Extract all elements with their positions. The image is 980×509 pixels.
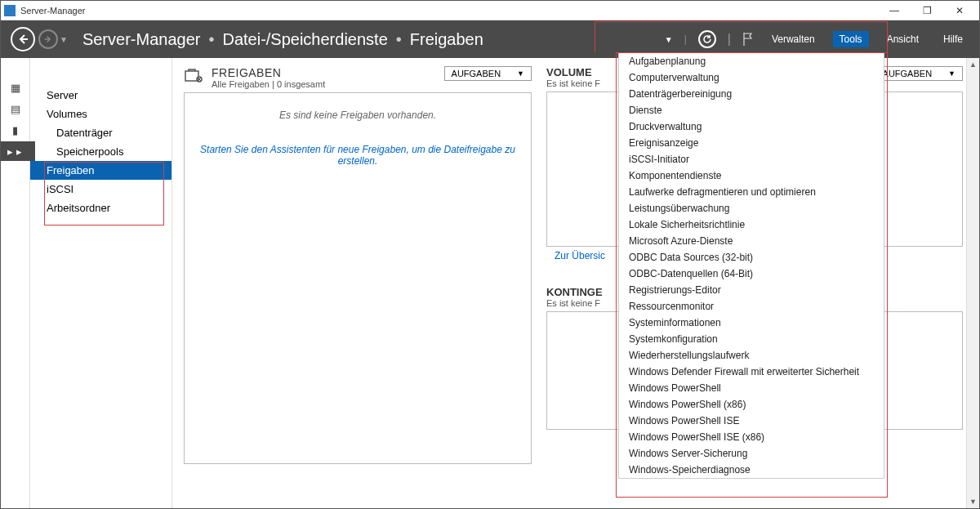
tools-menu-item[interactable]: Registrierungs-Editor	[619, 282, 884, 298]
minimize-button[interactable]: —	[878, 2, 911, 20]
scroll-up-icon[interactable]: ▲	[967, 58, 979, 71]
volume-title: VOLUME	[546, 66, 622, 78]
tools-menu-item[interactable]: Komponentendienste	[619, 167, 884, 184]
breadcrumb-sep-icon: •	[208, 30, 214, 49]
shares-title: FREIGABEN	[212, 66, 325, 79]
pipe-separator: |	[684, 33, 687, 45]
menu-hilfe[interactable]: Hilfe	[937, 31, 969, 47]
nav-iscsi[interactable]: iSCSI	[30, 180, 172, 199]
sidebar-icon-servers[interactable]: ▤	[1, 99, 29, 118]
nav-server[interactable]: Server	[30, 86, 172, 105]
tools-menu-item[interactable]: Microsoft Azure-Dienste	[619, 233, 884, 249]
new-share-wizard-link[interactable]: Starten Sie den Assistenten für neue Fre…	[196, 144, 519, 167]
tools-menu-item[interactable]: Windows Defender Firewall mit erweiterte…	[619, 364, 884, 380]
nav-freigaben[interactable]: Freigaben	[30, 161, 172, 180]
refresh-icon[interactable]	[698, 30, 716, 48]
maximize-button[interactable]: ❐	[911, 2, 943, 20]
nav-arbeitsordner[interactable]: Arbeitsordner	[30, 199, 172, 217]
tools-menu-item[interactable]: Computerverwaltung	[619, 69, 884, 86]
tools-menu-item[interactable]: Datenträgerbereinigung	[619, 86, 884, 102]
tools-menu-item[interactable]: ODBC Data Sources (32-bit)	[619, 249, 884, 266]
tools-menu-item[interactable]: Dienste	[619, 102, 884, 118]
close-button[interactable]: ✕	[943, 2, 976, 20]
breadcrumb-page[interactable]: Freigaben	[410, 30, 483, 49]
tools-menu-item[interactable]: Ressourcenmonitor	[619, 298, 884, 315]
tools-menu-item[interactable]: Windows PowerShell ISE	[619, 413, 884, 429]
nav-volumes[interactable]: Volumes	[30, 105, 172, 123]
dropdown-icon: ▼	[948, 69, 956, 78]
breadcrumb: Server-Manager • Datei-/Speicherdienste …	[82, 30, 483, 49]
nav-datentraeger[interactable]: Datenträger	[30, 123, 172, 142]
titlebar: Server-Manager — ❐ ✕	[1, 1, 979, 20]
tasks-label: AUFGABEN	[452, 69, 501, 78]
tools-menu-item[interactable]: Lokale Sicherheitsrichtlinie	[619, 217, 884, 233]
menu-ansicht[interactable]: Ansicht	[880, 31, 925, 47]
tools-menu-item[interactable]: iSCSI-Initiator	[619, 151, 884, 167]
scroll-down-icon[interactable]: ▼	[967, 495, 979, 508]
breadcrumb-sep-icon: •	[396, 30, 402, 49]
tools-menu-item[interactable]: Windows PowerShell	[619, 380, 884, 396]
back-button[interactable]	[11, 27, 35, 51]
tools-menu-item[interactable]: Systeminformationen	[619, 315, 884, 331]
volume-overview-link[interactable]: Zur Übersic	[546, 247, 613, 265]
menu-tools[interactable]: Tools	[833, 31, 869, 47]
tools-menu-item[interactable]: Aufgabenplanung	[619, 53, 884, 69]
app-icon	[4, 5, 16, 16]
icon-sidebar: ▦ ▤ ▮ ▸ ▸	[1, 58, 30, 508]
notifications-flag-icon[interactable]	[742, 32, 754, 47]
tools-menu-item[interactable]: Druckverwaltung	[619, 118, 884, 135]
forward-button[interactable]	[38, 29, 58, 49]
volume-tasks-button[interactable]: AUFGABEN ▼	[875, 66, 963, 81]
tools-menu-item[interactable]: Windows-Speicherdiagnose	[619, 462, 884, 478]
tools-menu-item[interactable]: Windows PowerShell ISE (x86)	[619, 429, 884, 445]
shares-panel: Es sind keine Freigaben vorhanden. Start…	[184, 92, 532, 464]
shares-tasks-button[interactable]: AUFGABEN ▼	[444, 66, 532, 81]
header-dropdown-icon[interactable]: ▼	[665, 35, 673, 44]
dropdown-icon: ▼	[517, 69, 524, 78]
nav-speicherpools[interactable]: Speicherpools	[30, 142, 172, 161]
pipe-separator: |	[728, 32, 731, 47]
tools-menu-item[interactable]: ODBC-Datenquellen (64-Bit)	[619, 266, 884, 282]
shares-empty-text: Es sind keine Freigaben vorhanden.	[196, 109, 519, 121]
window-title: Server-Manager	[20, 6, 878, 16]
tools-menu-item[interactable]: Leistungsüberwachung	[619, 200, 884, 217]
tools-menu-item[interactable]: Wiederherstellungslaufwerk	[619, 347, 884, 364]
tools-menu-item[interactable]: Laufwerke defragmentieren und optimieren	[619, 184, 884, 200]
volume-subtitle: Es ist keine F	[546, 78, 622, 88]
sidebar-icon-all[interactable]: ▮	[1, 120, 29, 140]
scrollbar[interactable]: ▲ ▼	[966, 58, 979, 508]
tools-menu-item[interactable]: Windows PowerShell (x86)	[619, 396, 884, 413]
nav-history-dropdown[interactable]: ▼	[60, 35, 68, 44]
nav-pane: Server Volumes Datenträger Speicherpools…	[30, 58, 172, 508]
breadcrumb-section[interactable]: Datei-/Speicherdienste	[222, 30, 387, 49]
tools-dropdown-menu: AufgabenplanungComputerverwaltungDatentr…	[618, 52, 884, 479]
sidebar-icon-dashboard[interactable]: ▦	[1, 78, 29, 97]
shares-subtitle: Alle Freigaben | 0 insgesamt	[212, 79, 325, 89]
tasks-label: AUFGABEN	[883, 69, 933, 78]
tools-menu-item[interactable]: Ereignisanzeige	[619, 135, 884, 151]
tools-menu-item[interactable]: Windows Server-Sicherung	[619, 445, 884, 462]
shares-icon	[184, 68, 203, 84]
menu-verwalten[interactable]: Verwalten	[765, 31, 822, 47]
tools-menu-item[interactable]: Systemkonfiguration	[619, 331, 884, 347]
breadcrumb-root[interactable]: Server-Manager	[82, 30, 201, 49]
